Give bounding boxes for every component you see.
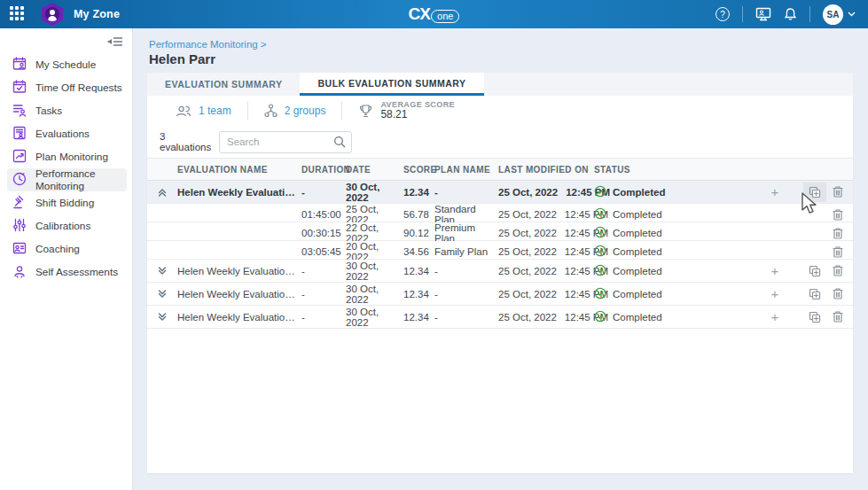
status-cell: Completed — [594, 310, 764, 324]
trash-icon[interactable] — [830, 309, 846, 325]
trash-icon[interactable] — [830, 225, 846, 241]
sidebar-item-plan-monitoring[interactable]: Plan Monitoring — [7, 145, 127, 168]
avatar: SA — [823, 4, 843, 25]
trash-icon[interactable] — [830, 184, 846, 200]
sidebar-item-coaching[interactable]: Coaching — [7, 237, 127, 261]
plan-name-cell: Family Plan — [434, 246, 498, 257]
copy-icon[interactable] — [803, 261, 826, 281]
bell-icon[interactable] — [784, 7, 797, 21]
tasks-icon — [12, 103, 27, 120]
trash-icon[interactable] — [830, 244, 846, 260]
sidebar-item-evaluations[interactable]: Evaluations — [7, 122, 127, 145]
add-icon[interactable]: + — [768, 264, 782, 278]
status-label: Completed — [613, 228, 662, 238]
screen-monitor-icon[interactable] — [755, 7, 771, 21]
trash-icon[interactable] — [830, 206, 846, 222]
search-icon[interactable] — [333, 136, 346, 148]
expand-row-icon[interactable] — [156, 265, 168, 277]
status-completed-icon — [594, 185, 606, 199]
column-header[interactable]: LAST MODIFIED ON — [498, 165, 594, 175]
schedule-icon — [12, 57, 27, 74]
sidebar-item-shift-bidding[interactable]: Shift Bidding — [7, 191, 127, 214]
collapse-sidebar-icon[interactable] — [106, 34, 125, 50]
sidebar-item-label: Evaluations — [35, 128, 90, 140]
copy-icon[interactable] — [803, 307, 826, 327]
evaluation-name: Helen Weekly Evaluation - June 20 — [177, 289, 301, 299]
trash-icon[interactable] — [830, 263, 846, 279]
expand-row-icon[interactable] — [156, 288, 168, 300]
column-header[interactable]: DATE — [346, 165, 403, 175]
table-row[interactable]: 03:05:45 20 Oct, 2022 34.56 Family Plan … — [147, 241, 853, 260]
average-score-stat: AVERAGE SCORE 58.21 — [341, 101, 471, 121]
sidebar-item-time-off-requests[interactable]: Time Off Requests — [7, 76, 127, 99]
status-cell: Completed — [594, 264, 764, 278]
product-name: My Zone — [74, 8, 120, 20]
evaluation-name: Helen Weekly Evaluation - June... — [177, 187, 301, 198]
column-header[interactable]: PLAN NAME — [434, 165, 498, 175]
status-cell: Completed — [594, 226, 764, 240]
add-icon[interactable]: + — [768, 310, 782, 324]
expand-row-icon[interactable] — [156, 311, 168, 323]
plan-monitoring-icon — [12, 149, 27, 166]
performance-monitoring-icon — [12, 172, 27, 189]
team-stat: 1 team — [160, 101, 247, 121]
groups-link[interactable]: 2 groups — [285, 105, 326, 117]
status-label: Completed — [613, 266, 662, 276]
score-cell: 12.34 — [403, 266, 434, 276]
toolbar-row: 3 evaluations — [147, 126, 853, 158]
collapse-row-icon[interactable] — [156, 186, 168, 198]
status-cell: Completed — [594, 245, 764, 259]
tab-bulk-evaluation-summary[interactable]: BULK EVALUATION SUMMARY — [300, 73, 483, 96]
sidebar-item-label: Coaching — [35, 243, 80, 255]
table-row[interactable]: 01:45:00 25 Oct, 2022 56.78 Standard Pla… — [147, 204, 853, 222]
user-menu[interactable]: SA — [823, 4, 856, 25]
copy-icon[interactable] — [803, 183, 826, 202]
last-modified-cell: 25 Oct, 2022 12:45 PM — [498, 312, 594, 323]
sidebar-item-performance-monitoring[interactable]: Performance Monitoring — [7, 168, 127, 191]
score-cell: 34.56 — [403, 246, 434, 257]
column-header[interactable]: EVALUATION NAME — [177, 165, 301, 175]
copy-icon[interactable] — [803, 284, 826, 304]
last-modified-cell: 25 Oct, 2022 12:45 PM — [498, 187, 594, 198]
plan-name-cell: - — [434, 187, 498, 198]
tab-evaluation-summary[interactable]: EVALUATION SUMMARY — [147, 73, 300, 96]
table-row[interactable]: Helen Weekly Evaluation - June 20 - 30 O… — [147, 283, 853, 306]
plan-name-cell: - — [434, 266, 498, 276]
status-label: Completed — [613, 209, 662, 220]
add-icon[interactable]: + — [768, 185, 782, 199]
sidebar-item-self-assessments[interactable]: Self Assessments — [7, 261, 127, 284]
breadcrumb[interactable]: Performance Monitoring> — [149, 39, 266, 50]
trash-icon[interactable] — [830, 286, 846, 302]
sidebar-item-my-schedule[interactable]: My Schedule — [7, 53, 127, 76]
last-modified-cell: 25 Oct, 2022 12:45 PM — [498, 266, 594, 276]
score-cell: 90.12 — [403, 228, 434, 238]
last-modified-cell: 25 Oct, 2022 12:45 PM — [498, 209, 594, 220]
date-cell: 30 Oct, 2022 — [346, 307, 403, 328]
add-icon[interactable]: + — [768, 287, 782, 301]
app-grid-icon[interactable] — [10, 6, 26, 22]
column-header[interactable]: DURATION — [301, 165, 346, 175]
team-link[interactable]: 1 team — [199, 105, 231, 117]
plan-name-cell: - — [434, 289, 498, 299]
table-row[interactable]: Helen Weekly Evaluation - June 20 - 30 O… — [147, 260, 853, 283]
sidebar-item-label: My Schedule — [35, 58, 96, 71]
column-header[interactable]: SCORE — [403, 165, 434, 175]
help-icon[interactable]: ? — [716, 7, 730, 21]
status-cell: Completed — [594, 207, 764, 222]
duration-cell: 01:45:00 — [301, 209, 346, 220]
team-icon — [176, 105, 192, 118]
sidebar-item-calibrations[interactable]: Calibrations — [7, 214, 127, 237]
date-cell: 30 Oct, 2022 — [346, 284, 403, 305]
status-completed-icon — [594, 207, 606, 222]
column-header[interactable]: STATUS — [594, 165, 853, 175]
evaluations-icon — [12, 126, 27, 143]
evaluation-count: 3 evaluations — [160, 131, 219, 152]
duration-cell: 00:30:15 — [301, 228, 346, 238]
sidebar-item-label: Calibrations — [35, 220, 90, 232]
sidebar-item-tasks[interactable]: Tasks — [7, 99, 127, 122]
table-row[interactable]: Helen Weekly Evaluation - June... - 30 O… — [147, 181, 853, 204]
search-input[interactable] — [219, 131, 352, 153]
table-row[interactable]: Helen Weekly Evaluation - June 20 - 30 O… — [147, 306, 853, 329]
table-row[interactable]: 00:30:15 22 Oct, 2022 90.12 Premium Plan… — [147, 222, 853, 241]
score-cell: 12.34 — [403, 289, 434, 299]
